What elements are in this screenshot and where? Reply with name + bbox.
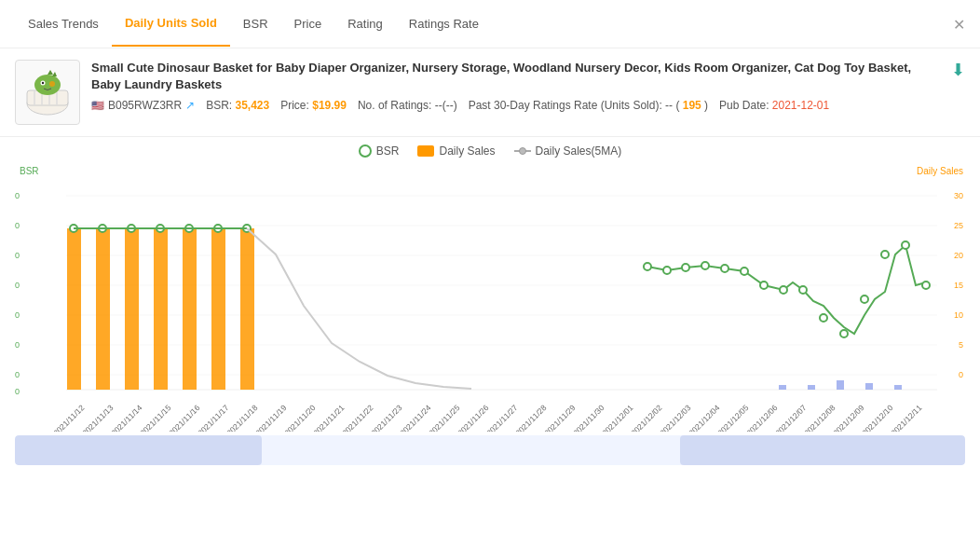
svg-text:BSR: BSR [20, 166, 39, 176]
svg-point-60 [721, 265, 728, 272]
svg-text:15: 15 [954, 281, 963, 290]
svg-point-69 [902, 241, 909, 249]
svg-point-6 [34, 75, 61, 95]
svg-rect-39 [125, 228, 139, 390]
svg-point-58 [682, 264, 689, 271]
svg-rect-41 [183, 228, 197, 390]
svg-text:2021/11/19: 2021/11/19 [253, 403, 288, 432]
svg-text:20,000: 20,000 [15, 340, 20, 350]
svg-point-62 [760, 282, 768, 289]
svg-text:2021/11/17: 2021/11/17 [196, 403, 230, 432]
svg-point-59 [701, 262, 709, 269]
bsr-legend-icon [359, 144, 372, 158]
svg-rect-40 [154, 228, 168, 390]
ratings-field: No. of Ratings: --(--) [358, 99, 457, 112]
svg-text:0: 0 [959, 370, 963, 379]
svg-text:2021/12/09: 2021/12/09 [831, 403, 865, 432]
svg-point-56 [644, 263, 651, 270]
scrollbar-handle-right[interactable] [680, 435, 965, 465]
product-meta: 🇺🇸 B095RWZ3RR ↗ BSR: 35,423 Price: $19.9… [91, 99, 940, 112]
svg-rect-38 [96, 228, 110, 390]
svg-text:2021/12/11: 2021/12/11 [889, 403, 923, 432]
svg-text:2021/11/26: 2021/11/26 [456, 403, 490, 432]
svg-text:20: 20 [954, 251, 963, 260]
svg-rect-48 [894, 385, 902, 390]
product-asin: 🇺🇸 B095RWZ3RR ↗ [91, 99, 195, 112]
svg-rect-42 [211, 228, 225, 390]
svg-point-57 [663, 267, 671, 274]
svg-text:2021/11/28: 2021/11/28 [513, 403, 548, 432]
tab-ratings-rate[interactable]: Ratings Rate [396, 2, 492, 46]
svg-text:0: 0 [15, 387, 20, 396]
svg-text:2021/12/03: 2021/12/03 [658, 403, 692, 432]
svg-rect-44 [779, 385, 786, 390]
chart-legend: BSR Daily Sales Daily Sales(5MA) [0, 137, 980, 161]
bsr-field: BSR: 35,423 [206, 99, 269, 112]
svg-text:2021/11/30: 2021/11/30 [571, 403, 606, 432]
pub-date-field: Pub Date: 2021-12-01 [719, 99, 829, 112]
daily-sales-legend-icon [417, 145, 434, 157]
scrollbar-handle-left[interactable] [15, 435, 262, 465]
svg-text:2021/12/07: 2021/12/07 [773, 403, 808, 432]
svg-point-67 [861, 295, 868, 303]
svg-text:70,000: 70,000 [15, 191, 20, 200]
svg-text:30: 30 [954, 191, 963, 200]
svg-text:2021/11/24: 2021/11/24 [398, 403, 432, 432]
price-field: Price: $19.99 [280, 99, 347, 112]
svg-point-65 [820, 314, 827, 322]
svg-text:50,000: 50,000 [15, 251, 20, 260]
chart-area: BSR 70,000 60,000 50,000 40,000 30,000 2… [0, 161, 980, 432]
svg-point-11 [49, 81, 55, 87]
svg-rect-46 [837, 380, 844, 390]
daily-sales-ma-legend-icon [514, 150, 531, 152]
svg-text:5: 5 [959, 340, 963, 350]
svg-text:10: 10 [954, 310, 963, 320]
svg-text:2021/11/27: 2021/11/27 [484, 403, 519, 432]
tab-sales-trends[interactable]: Sales Trends [15, 2, 112, 46]
svg-text:40,000: 40,000 [15, 281, 20, 290]
svg-text:2021/11/16: 2021/11/16 [167, 403, 201, 432]
scrollbar-area[interactable] [15, 435, 965, 465]
svg-text:2021/12/02: 2021/12/02 [629, 403, 663, 432]
svg-point-61 [741, 268, 748, 275]
svg-text:2021/12/10: 2021/12/10 [860, 403, 894, 432]
product-title: Small Cute Dinosaur Basket for Baby Diap… [91, 60, 940, 93]
svg-text:2021/11/20: 2021/11/20 [282, 403, 317, 432]
svg-text:2021/11/13: 2021/11/13 [80, 403, 115, 432]
asin-link[interactable]: ↗ [185, 99, 195, 112]
past30-field: Past 30-Day Ratings Rate (Units Sold): -… [469, 99, 708, 112]
svg-text:2021/11/15: 2021/11/15 [138, 403, 172, 432]
close-button[interactable]: ✕ [953, 15, 965, 33]
svg-point-66 [840, 330, 848, 337]
tab-price[interactable]: Price [281, 2, 335, 46]
svg-text:2021/12/01: 2021/12/01 [600, 403, 634, 432]
svg-rect-43 [240, 228, 254, 390]
svg-text:2021/11/29: 2021/11/29 [542, 403, 577, 432]
download-button[interactable]: ⬇ [951, 60, 965, 80]
tab-daily-units-sold[interactable]: Daily Units Sold [112, 1, 230, 47]
svg-text:2021/11/23: 2021/11/23 [369, 403, 403, 432]
svg-point-70 [922, 282, 930, 289]
svg-text:2021/11/14: 2021/11/14 [109, 403, 143, 432]
svg-point-68 [881, 251, 889, 258]
tab-bsr[interactable]: BSR [230, 2, 281, 46]
svg-text:2021/11/18: 2021/11/18 [225, 403, 259, 432]
svg-text:2021/12/04: 2021/12/04 [687, 403, 721, 432]
product-image [15, 60, 80, 125]
svg-text:2021/12/08: 2021/12/08 [802, 403, 837, 432]
svg-rect-45 [808, 385, 815, 390]
svg-text:2021/11/22: 2021/11/22 [340, 403, 374, 432]
legend-bsr: BSR [359, 144, 400, 158]
svg-point-64 [799, 286, 807, 294]
svg-text:Daily Sales: Daily Sales [917, 166, 963, 176]
tab-rating[interactable]: Rating [334, 2, 396, 46]
header-tabs: Sales Trends Daily Units Sold BSR Price … [0, 0, 980, 48]
svg-text:2021/11/21: 2021/11/21 [311, 403, 346, 432]
svg-text:2021/11/12: 2021/11/12 [51, 403, 86, 432]
svg-text:10,000: 10,000 [15, 370, 20, 379]
svg-text:30,000: 30,000 [15, 310, 20, 320]
svg-marker-10 [52, 72, 57, 76]
legend-daily-sales: Daily Sales [417, 144, 495, 158]
svg-text:2021/12/05: 2021/12/05 [715, 403, 750, 432]
svg-marker-9 [48, 70, 53, 75]
